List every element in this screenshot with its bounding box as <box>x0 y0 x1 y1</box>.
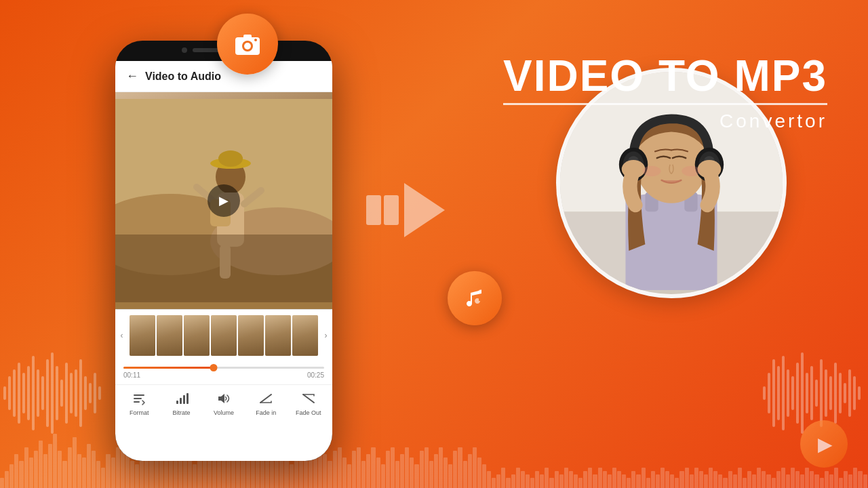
svg-rect-54 <box>115 235 332 302</box>
svg-rect-62 <box>243 35 252 39</box>
svg-rect-22 <box>768 373 770 413</box>
svg-rect-55 <box>176 401 178 404</box>
filmstrip-frame-6 <box>265 315 291 356</box>
filmstrip: ‹ › <box>115 309 332 361</box>
title-divider <box>503 103 827 105</box>
app-header: ← Video to Audio <box>115 61 332 92</box>
fadeout-icon <box>299 389 318 408</box>
svg-point-78 <box>698 160 722 178</box>
svg-rect-3 <box>18 363 20 424</box>
svg-rect-12 <box>60 380 63 407</box>
filmstrip-right-arrow[interactable]: › <box>319 315 332 356</box>
svg-rect-30 <box>806 373 808 413</box>
camera-icon <box>233 29 262 59</box>
app-screen: ← Video to Audio <box>115 61 332 461</box>
volume-icon <box>214 389 233 408</box>
phone-body: ← Video to Audio <box>115 41 332 461</box>
waveform-right <box>760 339 868 434</box>
play-icon: ▶ <box>818 433 833 455</box>
svg-point-79 <box>643 166 661 176</box>
play-button[interactable]: ▶ <box>208 184 240 217</box>
timeline-end: 00:25 <box>307 371 324 379</box>
tool-fadeout[interactable]: Fade Out <box>292 389 325 416</box>
subtitle: Convertor <box>503 110 827 132</box>
film-rect-1 <box>366 195 381 225</box>
fadeout-label: Fade Out <box>296 409 321 416</box>
filmstrip-frame-3 <box>184 315 210 356</box>
svg-rect-35 <box>829 376 832 410</box>
svg-rect-13 <box>65 363 68 424</box>
filmstrip-frame-5 <box>238 315 264 356</box>
svg-rect-58 <box>186 393 189 404</box>
svg-rect-2 <box>13 369 16 417</box>
timeline-fill <box>123 367 214 369</box>
format-label: Format <box>130 409 149 416</box>
bitrate-icon <box>172 389 191 408</box>
filmstrip-frame-7 <box>292 315 318 356</box>
tool-bitrate[interactable]: Bitrate <box>165 389 198 416</box>
svg-rect-10 <box>51 352 54 434</box>
svg-rect-1 <box>8 376 11 410</box>
svg-rect-18 <box>89 383 92 403</box>
convert-arrow <box>404 183 445 237</box>
svg-rect-0 <box>3 386 6 400</box>
svg-rect-4 <box>22 373 25 413</box>
svg-rect-37 <box>839 373 842 413</box>
svg-rect-33 <box>820 359 823 427</box>
svg-rect-21 <box>763 386 766 400</box>
format-icon <box>130 389 149 408</box>
video-preview: ▶ <box>115 92 332 309</box>
timeline-bar[interactable] <box>123 367 324 369</box>
svg-point-63 <box>254 39 257 41</box>
svg-rect-56 <box>180 398 182 404</box>
svg-rect-24 <box>777 366 780 420</box>
timeline-thumb[interactable] <box>210 364 218 371</box>
volume-label: Volume <box>214 409 234 416</box>
filmstrip-left-arrow[interactable]: ‹ <box>115 315 128 356</box>
svg-rect-29 <box>801 352 804 434</box>
camera-circle-icon <box>217 14 278 75</box>
svg-rect-5 <box>27 366 30 420</box>
svg-rect-27 <box>791 376 794 410</box>
title-area: VIDEO TO MP3 Convertor <box>503 54 827 132</box>
svg-rect-26 <box>787 369 789 417</box>
svg-point-77 <box>622 160 646 178</box>
svg-rect-38 <box>844 383 846 403</box>
svg-rect-57 <box>183 395 185 404</box>
tool-format[interactable]: Format <box>123 389 155 416</box>
film-rect-2 <box>384 195 399 225</box>
phone-mockup: ← Video to Audio <box>95 41 353 474</box>
timeline-start: 00:11 <box>123 371 140 379</box>
svg-rect-32 <box>815 380 818 407</box>
svg-rect-6 <box>32 356 35 430</box>
svg-rect-41 <box>858 386 861 400</box>
svg-rect-17 <box>84 376 87 410</box>
tool-fadein[interactable]: Fade in <box>250 389 282 416</box>
svg-rect-40 <box>853 376 856 410</box>
waveform-left <box>0 339 108 434</box>
back-button[interactable]: ← <box>126 69 138 83</box>
bitrate-label: Bitrate <box>173 409 191 416</box>
play-circle-button[interactable]: ▶ <box>800 420 848 468</box>
svg-rect-25 <box>782 356 785 430</box>
timeline-area: 00:11 00:25 <box>115 361 332 384</box>
svg-rect-16 <box>79 359 82 427</box>
svg-rect-28 <box>796 363 799 424</box>
filmstrip-frame-4 <box>211 315 237 356</box>
svg-point-80 <box>682 166 700 176</box>
svg-rect-36 <box>834 363 837 424</box>
timeline-labels: 00:11 00:25 <box>123 371 324 379</box>
filmstrip-frame-2 <box>157 315 182 356</box>
svg-rect-7 <box>37 369 39 417</box>
phone-dot-1 <box>182 47 187 53</box>
svg-rect-15 <box>75 369 77 417</box>
svg-rect-11 <box>56 366 58 420</box>
app-title: Video to Audio <box>145 70 221 83</box>
svg-rect-8 <box>41 376 44 410</box>
svg-rect-34 <box>825 369 827 417</box>
music-circle-icon <box>448 271 502 325</box>
svg-rect-31 <box>810 366 813 420</box>
conversion-arrow <box>366 183 445 237</box>
tool-volume[interactable]: Volume <box>208 389 240 416</box>
main-title: VIDEO TO MP3 <box>503 54 827 98</box>
